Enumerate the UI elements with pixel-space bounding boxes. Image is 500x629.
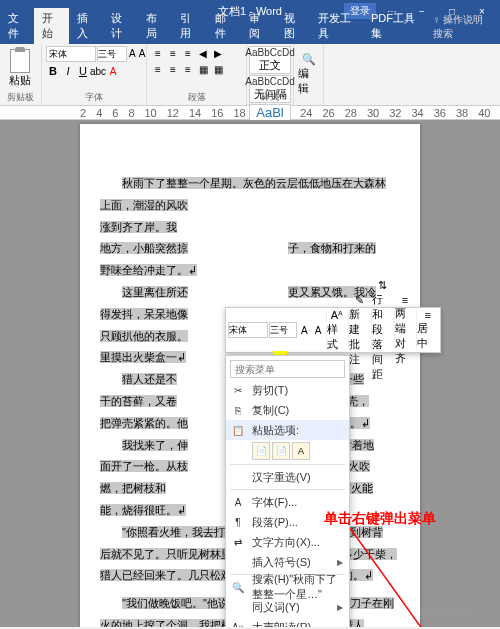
cm-search-input[interactable]: [230, 360, 345, 378]
paragraph-group-label: 段落: [147, 91, 246, 104]
indent-dec-button[interactable]: ◀: [196, 46, 210, 60]
mt-styles-button[interactable]: Aᴬ样式: [326, 310, 348, 350]
align-center-button[interactable]: ≡: [166, 62, 180, 76]
font-color-button[interactable]: A: [106, 64, 120, 78]
cm-hanzi-reselect[interactable]: 汉字重选(V): [226, 467, 349, 487]
font-group-label: 字体: [42, 91, 146, 104]
mt-center-button[interactable]: ≡居中: [416, 310, 438, 350]
paste-merge-icon[interactable]: 📄: [272, 442, 290, 460]
tab-pdf[interactable]: PDF工具集: [363, 8, 425, 44]
cm-read-aloud[interactable]: A»大声朗读(R): [226, 617, 349, 627]
window-title: 文档1 - Word: [218, 4, 282, 19]
mini-toolbar: A A Aᴬ样式 ✎新建批注 ⇅行和段落间距 ≡两端对齐 ≡居中 B I U a…: [225, 307, 441, 353]
copy-icon: ⎘: [231, 403, 245, 417]
numbering-button[interactable]: ≡: [166, 46, 180, 60]
decrease-font-icon[interactable]: A: [138, 46, 147, 60]
paste-icon: 📋: [231, 423, 245, 437]
italic-button[interactable]: I: [61, 64, 75, 78]
multilevel-button[interactable]: ≡: [181, 46, 195, 60]
speaker-icon: A»: [231, 620, 245, 627]
tab-home[interactable]: 开始: [34, 8, 68, 44]
cm-cut[interactable]: ✂剪切(T): [226, 380, 349, 400]
cm-copy[interactable]: ⎘复制(C): [226, 400, 349, 420]
tab-devtools[interactable]: 开发工具: [310, 8, 363, 44]
context-menu: ✂剪切(T) ⎘复制(C) 📋粘贴选项: 📄 📄 A 汉字重选(V) A字体(F…: [225, 355, 350, 627]
cm-synonym[interactable]: 同义词(Y)▶: [226, 597, 349, 617]
find-icon[interactable]: 🔍: [302, 53, 316, 66]
mt-justify-button[interactable]: ≡两端对齐: [394, 310, 416, 350]
tab-references[interactable]: 引用: [172, 8, 206, 44]
mt-new-comment-button[interactable]: ✎新建批注: [348, 310, 370, 350]
font-size-select[interactable]: [97, 46, 127, 62]
cm-font[interactable]: A字体(F)...: [226, 492, 349, 512]
font-icon: A: [231, 495, 245, 509]
cm-paste-options[interactable]: 📋粘贴选项:: [226, 420, 349, 440]
tell-me-search[interactable]: ♀ 操作说明搜索: [425, 10, 500, 44]
tab-layout[interactable]: 布局: [138, 8, 172, 44]
cm-smart-search[interactable]: 🔍搜索(H)"秋雨下了整整一个星…": [226, 577, 349, 597]
mt-font-select[interactable]: [228, 322, 268, 338]
bullets-button[interactable]: ≡: [151, 46, 165, 60]
strike-button[interactable]: abc: [91, 64, 105, 78]
scissors-icon: ✂: [231, 383, 245, 397]
tab-file[interactable]: 文件: [0, 8, 34, 44]
styles-group-label: 样式: [247, 91, 293, 104]
cm-text-direction[interactable]: ⇄文字方向(X)...: [226, 532, 349, 552]
tab-design[interactable]: 设计: [103, 8, 137, 44]
align-left-button[interactable]: ≡: [151, 62, 165, 76]
edit-group-label: 编辑: [298, 66, 319, 96]
mt-shrink-icon[interactable]: A: [312, 322, 325, 338]
clipboard-icon: [10, 49, 30, 73]
font-name-select[interactable]: [46, 46, 96, 62]
tutorial-annotation: 单击右键弹出菜单: [324, 510, 436, 528]
align-right-button[interactable]: ≡: [181, 62, 195, 76]
mt-line-spacing-button[interactable]: ⇅行和段落间距: [371, 310, 393, 350]
direction-icon: ⇄: [231, 535, 245, 549]
style-normal[interactable]: AaBbCcDd正文: [249, 46, 291, 74]
cm-insert-symbol[interactable]: 插入符号(S)▶: [226, 552, 349, 572]
weibo-watermark: @麦麦生酒: [420, 607, 470, 621]
clipboard-group-label: 剪贴板: [0, 91, 41, 104]
borders-button[interactable]: ▦: [211, 62, 225, 76]
paste-text-icon[interactable]: A: [292, 442, 310, 460]
indent-inc-button[interactable]: ▶: [211, 46, 225, 60]
bold-button[interactable]: B: [46, 64, 60, 78]
shading-button[interactable]: ▦: [196, 62, 210, 76]
paste-button[interactable]: 粘贴: [4, 46, 36, 90]
selected-text[interactable]: 秋雨下了整整一个星期。灰色的云层低低地压在大森林: [122, 177, 386, 189]
underline-button[interactable]: U: [76, 64, 90, 78]
search-icon: 🔍: [231, 580, 245, 594]
tab-insert[interactable]: 插入: [69, 8, 103, 44]
paragraph-icon: ¶: [231, 515, 245, 529]
mt-size-select[interactable]: [269, 322, 297, 338]
mt-grow-icon[interactable]: A: [298, 322, 311, 338]
paste-keep-source-icon[interactable]: 📄: [252, 442, 270, 460]
document-area[interactable]: 秋雨下了整整一个星期。灰色的云层低低地压在大森林 上面，潮湿的风吹 涨到齐了岸。…: [0, 120, 500, 627]
increase-font-icon[interactable]: A: [128, 46, 137, 60]
